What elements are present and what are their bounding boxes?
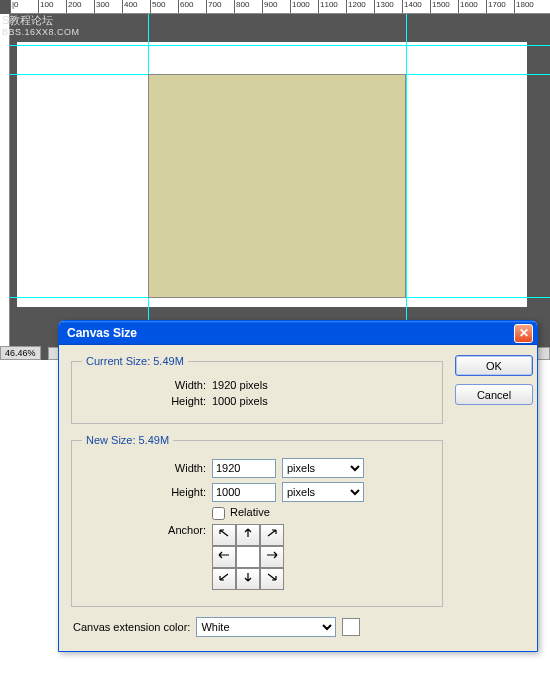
extension-color-select[interactable]: White xyxy=(196,617,336,637)
arrow-ne-icon xyxy=(265,527,279,542)
dialog-body: Current Size: 5.49M Width: 1920 pixels H… xyxy=(59,345,537,651)
watermark: S教程论坛 BBS.16XX8.COM xyxy=(2,14,80,38)
new-size-legend: New Size: 5.49M xyxy=(82,434,173,446)
new-width-label: Width: xyxy=(82,462,212,474)
arrow-sw-icon xyxy=(217,571,231,586)
current-size-group: Current Size: 5.49M Width: 1920 pixels H… xyxy=(71,355,443,424)
arrow-w-icon xyxy=(217,549,231,564)
anchor-e[interactable] xyxy=(260,546,284,568)
width-unit-select[interactable]: pixels xyxy=(282,458,364,478)
ruler-vertical xyxy=(0,14,10,360)
anchor-s[interactable] xyxy=(236,568,260,590)
watermark-line1: S教程论坛 xyxy=(2,14,80,26)
anchor-sw[interactable] xyxy=(212,568,236,590)
current-height-label: Height: xyxy=(82,395,212,407)
new-height-input[interactable] xyxy=(212,483,276,502)
close-icon: ✕ xyxy=(519,326,529,340)
current-width-value: 1920 pixels xyxy=(212,379,268,391)
current-width-label: Width: xyxy=(82,379,212,391)
relative-checkbox[interactable] xyxy=(212,507,225,520)
dialog-title: Canvas Size xyxy=(67,326,514,340)
arrow-e-icon xyxy=(265,549,279,564)
relative-label[interactable]: Relative xyxy=(212,506,270,520)
dialog-left-column: Current Size: 5.49M Width: 1920 pixels H… xyxy=(71,355,443,637)
zoom-level[interactable]: 46.46% xyxy=(0,346,41,360)
anchor-w[interactable] xyxy=(212,546,236,568)
dialog-right-column: OK Cancel xyxy=(443,355,525,637)
arrow-nw-icon xyxy=(217,527,231,542)
close-button[interactable]: ✕ xyxy=(514,324,533,343)
current-height-value: 1000 pixels xyxy=(212,395,268,407)
ruler-horizontal: |010020030040050060070080090010001100120… xyxy=(10,0,550,14)
ok-button[interactable]: OK xyxy=(455,355,533,376)
anchor-se[interactable] xyxy=(260,568,284,590)
watermark-line2: BBS.16XX8.COM xyxy=(2,26,80,38)
anchor-n[interactable] xyxy=(236,524,260,546)
anchor-center[interactable] xyxy=(236,546,260,568)
cancel-button[interactable]: Cancel xyxy=(455,384,533,405)
new-width-input[interactable] xyxy=(212,459,276,478)
shape-rectangle[interactable] xyxy=(148,74,406,298)
new-size-group: New Size: 5.49M Width: pixels Height: pi… xyxy=(71,434,443,607)
canvas-size-dialog: Canvas Size ✕ Current Size: 5.49M Width:… xyxy=(58,320,538,652)
extension-color-row: Canvas extension color: White xyxy=(73,617,443,637)
extension-color-label: Canvas extension color: xyxy=(73,621,190,633)
height-unit-select[interactable]: pixels xyxy=(282,482,364,502)
extension-color-swatch[interactable] xyxy=(342,618,360,636)
current-size-legend: Current Size: 5.49M xyxy=(82,355,188,367)
arrow-s-icon xyxy=(241,571,255,586)
guide-vertical[interactable] xyxy=(406,14,407,360)
photoshop-workspace: |010020030040050060070080090010001100120… xyxy=(0,0,550,360)
arrow-se-icon xyxy=(265,571,279,586)
anchor-nw[interactable] xyxy=(212,524,236,546)
arrow-n-icon xyxy=(241,527,255,542)
anchor-ne[interactable] xyxy=(260,524,284,546)
dialog-titlebar[interactable]: Canvas Size ✕ xyxy=(59,321,537,345)
new-height-label: Height: xyxy=(82,486,212,498)
guide-horizontal[interactable] xyxy=(10,45,550,46)
anchor-grid xyxy=(212,524,284,590)
anchor-label: Anchor: xyxy=(82,524,212,536)
